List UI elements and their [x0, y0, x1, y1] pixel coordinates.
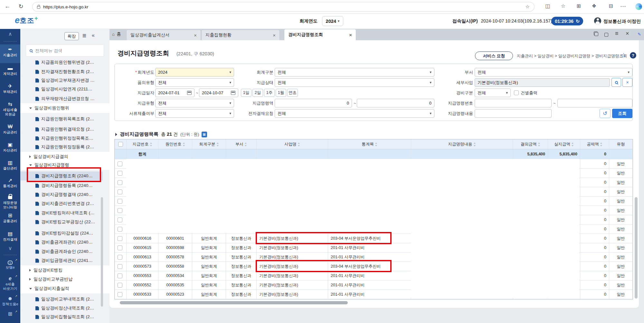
tab-expenditure-status[interactable]: 지출집행현황× [201, 30, 280, 40]
sort-icon[interactable] [600, 143, 602, 146]
tree-item[interactable]: 경비E뱅킹교부금정산 (22… [20, 217, 103, 226]
tree-item[interactable]: 지급원인행위목록조회 (2… [20, 115, 103, 124]
row-checkbox[interactable] [118, 208, 122, 213]
site-security-icon[interactable] [37, 6, 40, 9]
tree-item[interactable]: 일상경비교부채권자변경 … [20, 76, 103, 85]
sub-biz-clear-button[interactable]: × [622, 78, 632, 87]
order-content-input[interactable] [475, 109, 552, 118]
fiscal-year-header-select[interactable]: 2024▾ [322, 16, 343, 26]
tree-item[interactable]: 경비E뱅킹마감설정 (224… [20, 229, 103, 238]
reset-button[interactable]: ↺ [600, 109, 611, 118]
sort-icon[interactable] [375, 143, 377, 146]
tab-close-icon[interactable]: × [273, 32, 276, 38]
sort-icon[interactable] [217, 143, 219, 146]
rail-scroll-up-icon[interactable]: ∧ [0, 31, 20, 37]
expand-button[interactable]: 확장 [64, 32, 79, 40]
rail-item-monitoring[interactable]: 재정운영모니터링 [0, 193, 20, 209]
row-checkbox[interactable] [118, 171, 122, 176]
order-amount-to[interactable]: 0 [357, 99, 434, 107]
row-checkbox[interactable] [118, 236, 122, 241]
rail-item-debt[interactable]: ✈부채관리 [0, 83, 20, 94]
tree-item[interactable]: 의무재량개산급변경요청 … [20, 94, 103, 103]
row-checkbox[interactable] [118, 283, 122, 288]
rail-link-policy-help[interactable]: ↗☻정책도움e [0, 295, 20, 306]
tree-item[interactable]: 지급원인행위정정등록 (2… [20, 143, 103, 152]
tree-item[interactable]: 경비지급명령등록 (2240… [20, 181, 103, 190]
rail-item-contract[interactable]: ▬계약관리 [0, 65, 20, 76]
rail-link-botame[interactable]: ↗∨보탬e [0, 259, 20, 270]
url-text[interactable]: https://plus.e-hojo.go.kr [43, 5, 88, 9]
sort-icon[interactable] [572, 143, 574, 146]
pay-status-select[interactable]: 전체▾ [275, 78, 434, 87]
browser-essentials-icon[interactable]: ❖ [590, 3, 598, 9]
edit-pencil-icon[interactable]: ✎ [638, 32, 641, 37]
rail-item-common[interactable]: ⊞공통관리 [0, 212, 20, 223]
split-screen-icon[interactable]: ◫ [544, 3, 552, 9]
row-checkbox[interactable] [118, 264, 122, 269]
quick-range-1day[interactable]: 1일 [241, 89, 251, 97]
sort-icon[interactable] [298, 143, 300, 146]
help-icon[interactable]: ? [630, 52, 636, 59]
sub-biz-field[interactable]: 기본경비(정보통신과) [475, 78, 610, 87]
rail-item-assets[interactable]: ▣자산관리 [0, 142, 20, 152]
timer-refresh-icon[interactable]: ↻ [576, 19, 580, 24]
sort-icon[interactable] [474, 143, 476, 146]
tab-list-icon[interactable]: ≡ [615, 31, 619, 36]
select-all-checkbox[interactable] [118, 142, 123, 147]
rail-item-eapproval[interactable]: ▤전자결재 [0, 231, 20, 242]
favorite-star-icon[interactable]: ☆ [621, 51, 626, 59]
order-amount-from[interactable]: 0 [275, 99, 352, 107]
duplicate-window-icon[interactable] [594, 32, 598, 37]
request-type-select[interactable]: 전체▾ [155, 78, 234, 87]
ehojo-logo[interactable]: e호조+ [15, 15, 38, 26]
pay-date-from[interactable]: 2024-07-01 [155, 88, 194, 97]
tab-home[interactable]: ⌂홈 [112, 31, 121, 37]
sort-icon[interactable] [150, 143, 152, 146]
user-avatar-icon[interactable] [594, 17, 601, 24]
tree-group[interactable]: 일상경비교부금반납 [20, 274, 109, 284]
close-all-icon[interactable]: × [626, 31, 629, 36]
tab-close-icon[interactable]: × [194, 32, 197, 38]
row-checkbox[interactable] [118, 255, 122, 260]
quick-range-year-start[interactable]: 연초 [287, 89, 298, 97]
tab-daily-expense-report[interactable]: 일상경비출납계산서× [126, 30, 201, 40]
tree-item[interactable]: 지급원인행위정정목록조… [20, 134, 103, 143]
calendar-icon[interactable] [187, 91, 192, 95]
account-div-select[interactable]: 전체▾ [275, 68, 434, 77]
maximize-icon[interactable] [604, 32, 608, 38]
edoc-request-select[interactable]: 전체▾ [275, 109, 434, 118]
menu-search-box[interactable] [26, 44, 104, 57]
bookmark-star-icon[interactable]: ☆ [526, 4, 530, 10]
browser-back-icon[interactable]: ← [3, 3, 12, 10]
tree-item[interactable]: 일상경비교부내역조회 (2… [20, 295, 103, 304]
tree-item[interactable]: 경비지출관리번호변경 (2… [20, 199, 103, 208]
rail-item-expenditure[interactable]: ✒지출관리 [0, 46, 20, 57]
address-bar[interactable]: https://plus.e-hojo.go.kr ☆ [32, 2, 535, 12]
row-checkbox[interactable] [118, 180, 122, 185]
tree-item[interactable]: 지급원인행위결재요청 (2… [20, 125, 103, 134]
calendar-icon[interactable] [231, 91, 235, 95]
browser-menu-icon[interactable]: ⋯ [619, 3, 627, 10]
rail-scroll-down-icon[interactable]: ∨ [0, 245, 20, 252]
tree-item-selected[interactable]: 경비지급명령조회 (2240… [20, 171, 103, 180]
menu-list-icon[interactable]: ≣ [82, 32, 86, 39]
tree-item[interactable]: 지급품의원인행위변경 (2… [20, 60, 103, 67]
fiscal-year-select[interactable]: 2024▾ [155, 68, 234, 77]
favorites-icon[interactable]: ☆ [559, 3, 567, 9]
pay-date-to[interactable]: 2024-10-07 [199, 88, 238, 97]
browser-refresh-icon[interactable]: ↻ [17, 3, 25, 10]
rail-item-settlement[interactable]: ▥결산관리 [0, 160, 20, 171]
rail-link-esechul[interactable]: ↗ee세출바로가기 [0, 275, 20, 291]
row-checkbox[interactable] [118, 227, 122, 232]
quick-range-1month[interactable]: 1월 [276, 89, 286, 97]
sort-icon[interactable] [538, 143, 540, 146]
tree-item[interactable]: 일상경비집행실적조회 (2… [20, 312, 103, 321]
tree-scrollbar[interactable] [101, 197, 103, 307]
sort-icon[interactable] [183, 143, 185, 146]
collapse-panel-icon[interactable]: « [92, 32, 95, 38]
per-case-print-checkbox[interactable] [514, 90, 519, 95]
collections-icon[interactable]: ⊞ [574, 3, 583, 9]
tree-item[interactable]: 경비E뱅킹처리내역조회 (… [20, 208, 103, 217]
tree-group[interactable]: 일상경비지급명령 [20, 160, 109, 170]
sub-biz-search-button[interactable] [611, 78, 621, 87]
